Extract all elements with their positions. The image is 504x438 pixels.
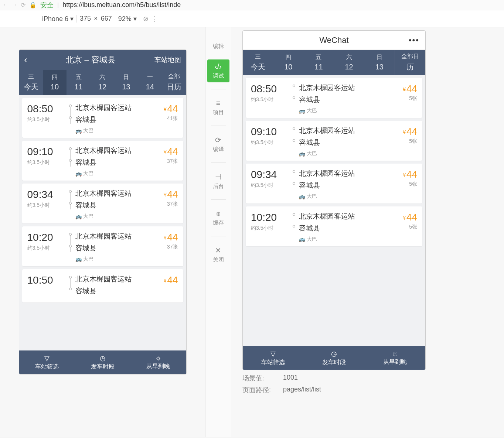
date-cell[interactable]: 日13 [364,50,395,75]
rotate-icon[interactable]: ⊘ [143,15,149,23]
origin-station: 北京木樨园客运站 [75,146,148,155]
date-cell[interactable]: 日13 [114,70,138,95]
midbar-item[interactable]: ⎈缓存 [207,206,229,229]
origin-station: 北京木樨园客运站 [75,232,148,241]
midbar-item[interactable]: ≡项目 [207,96,229,119]
card-route-block: 北京木樨园客运站 容城县 🚌 大巴 [69,189,148,220]
date-cell[interactable]: 六12 [334,50,364,75]
bus-type: 🚌 大巴 [299,150,387,157]
card-price-block: ¥44 5张 [391,126,417,157]
bus-icon: 🚌 [75,213,82,219]
date-cell[interactable]: 五11 [67,70,90,95]
card-route-block: 北京木樨园客运站 容城县 🚌 大巴 [69,146,148,177]
map-link[interactable]: 车站地图 [154,55,181,64]
date-cell[interactable]: 四10 [273,50,303,75]
bus-card[interactable]: 10:20 约3.5小时 北京木樨园客运站 容城县 🚌 大巴 ¥44 5张 [246,206,422,246]
seats-left: 41张 [167,115,178,122]
card-price-block: ¥44 5张 [391,83,417,114]
depart-time: 10:20 [251,212,277,223]
bus-card[interactable]: 10:20 约3.5小时 北京木樨园客运站 容城县 🚌 大巴 ¥44 37张 [22,226,183,266]
bus-card[interactable]: 09:34 约3.5小时 北京木樨园客运站 容城县 🚌 大巴 ¥44 37张 [22,184,183,223]
bus-card[interactable]: 09:10 约3.5小时 北京木樨园客运站 容城县 🚌 大巴 ¥44 37张 [22,141,183,181]
date-cell[interactable]: 六12 [91,70,114,95]
origin-station: 北京木樨园客运站 [75,103,148,113]
bottombar-icon: ▽ [270,350,276,358]
bus-card[interactable]: 08:50 约3.5小时 北京木樨园客运站 容城县 🚌 大巴 ¥44 41张 [22,98,183,138]
midbar-icon: ≡ [216,99,221,107]
price: ¥44 [164,103,178,114]
viewport-height[interactable]: 667 [101,15,112,23]
card-time-block: 08:50 约3.5小时 [251,83,288,114]
date-cell[interactable]: 四10 [43,70,67,95]
bottombar-item[interactable]: ▽车站筛选 [19,350,75,374]
device-selector[interactable]: iPhone 6 ▾ [42,15,74,23]
midbar-item[interactable]: ‹/›调试 [207,59,229,82]
bus-card[interactable]: 09:34 约3.5小时 北京木樨园客运站 容城县 🚌 大巴 ¥44 5张 [246,164,422,203]
devtools-bar: iPhone 6 ▾ 375 × 667 92% ▾ ⊘ ⋮ [0,10,504,27]
date-number: 历 [406,62,414,72]
bus-list-right[interactable]: 08:50 约3.5小时 北京木樨园客运站 容城县 🚌 大巴 ¥44 5张 09… [243,75,425,346]
times-icon: × [94,15,98,23]
midbar-label: 项目 [213,109,224,116]
midbar-item[interactable]: 编辑 [207,38,229,53]
date-weekday: 一 [147,73,153,81]
midbar-label: 缓存 [213,219,224,226]
card-time-block: 10:20 约3.5小时 [251,212,288,243]
bottombar-label: 发车时段 [322,359,346,366]
zoom-selector[interactable]: 92% ▾ [118,15,137,23]
dest-dot-icon [293,139,295,142]
menu-icon[interactable]: ⋮ [151,15,158,23]
bus-card[interactable]: 09:10 约3.5小时 北京木樨园客运站 容城县 🚌 大巴 ¥44 5张 [246,121,422,161]
right-preview-column: WeChat ••• 三今天四10五11六12日13全部日历 08:50 约3.… [231,27,504,437]
dest-station: 容城县 [299,138,387,147]
duration: 约3.5小时 [27,202,50,209]
bottombar-item[interactable]: ◷发车时段 [75,350,130,374]
url-text[interactable]: https://ibus.meituan.com/h5/bus/list/ind… [62,1,181,9]
bus-card[interactable]: 08:50 约3.5小时 北京木樨园客运站 容城县 🚌 大巴 ¥44 5张 [246,78,422,118]
date-cell[interactable]: 三今天 [243,50,273,75]
more-icon[interactable]: ••• [409,35,419,45]
date-cell[interactable]: 五11 [303,50,334,75]
card-route-block: 北京木樨园客运站 容城县 🚌 大巴 [292,83,387,114]
date-cell[interactable]: 三今天 [19,70,43,95]
bottombar-item[interactable]: ☼从早到晚 [364,346,425,370]
safe-label: 安全 [40,1,54,10]
page-title: 北京 – 容城县 [66,54,115,65]
depart-time: 10:50 [27,274,53,286]
seats-left: 5张 [409,95,417,102]
card-time-block: 10:20 约3.5小时 [27,232,64,263]
bus-list-left[interactable]: 08:50 约3.5小时 北京木樨园客运站 容城县 🚌 大巴 ¥44 41张 0… [19,95,186,350]
back-icon[interactable]: ‹ [24,55,27,65]
bottombar-icon: ◷ [100,354,106,362]
bottombar-item[interactable]: ☼从早到晚 [130,350,186,374]
date-cell[interactable]: 全部日历 [162,70,186,95]
date-cell[interactable]: 全部日历 [395,50,425,75]
midbar-item[interactable]: ✕关闭 [207,243,229,266]
duration: 约3.5小时 [27,245,50,251]
origin-dot-icon [293,213,295,216]
bottombar-label: 发车时段 [91,363,115,371]
forward-arrow-icon[interactable]: → [12,1,18,8]
bottombar-item[interactable]: ◷发车时段 [304,346,365,370]
midbar-icon: ⟳ [215,136,221,144]
date-weekday: 三 [28,73,34,81]
bottombar-item[interactable]: ▽车站筛选 [243,346,304,370]
viewport-width[interactable]: 375 [80,15,91,23]
wechat-title: WeChat [319,35,348,45]
date-number: 10 [51,83,59,91]
depart-time: 08:50 [251,83,277,95]
midbar-item[interactable]: ⟳编译 [207,133,229,156]
date-weekday: 日 [123,73,129,81]
dest-dot-icon [69,288,72,290]
reload-icon[interactable]: ⟳ [21,1,25,8]
date-number: 今天 [24,82,38,92]
date-weekday: 四 [285,54,291,61]
date-cell[interactable]: 一14 [138,70,162,95]
date-weekday: 全部日 [401,53,419,61]
bus-card[interactable]: 10:50 北京木樨园客运站 容城县 ¥44 [22,269,183,302]
date-weekday: 六 [99,73,105,81]
back-arrow-icon[interactable]: ← [3,1,9,8]
midbar-item[interactable]: ⊣后台 [207,170,229,193]
depart-time: 09:34 [27,189,53,201]
origin-station: 北京木樨园客运站 [299,126,387,136]
